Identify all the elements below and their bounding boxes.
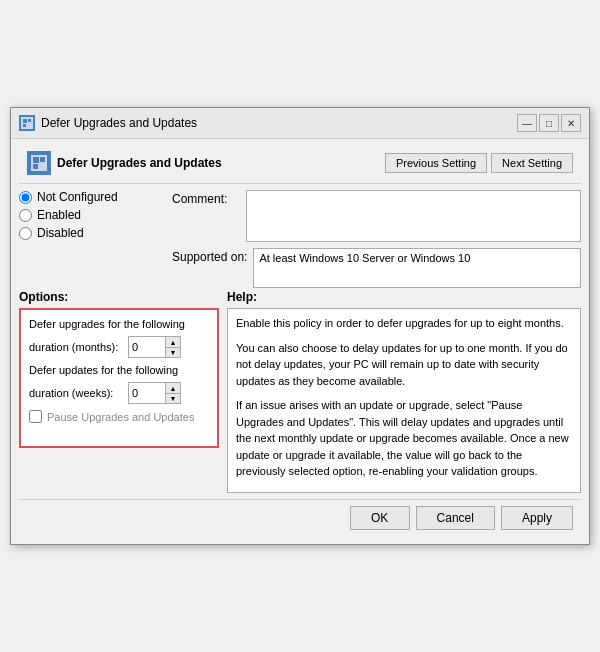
supported-label: Supported on: — [172, 248, 247, 264]
setting-header-title: Defer Upgrades and Updates — [57, 156, 222, 170]
options-box: Defer upgrades for the following duratio… — [19, 308, 219, 448]
defer-upgrades-row: Defer upgrades for the following — [29, 318, 209, 330]
radio-not-configured-input[interactable] — [19, 191, 32, 204]
radio-enabled-input[interactable] — [19, 209, 32, 222]
supported-section: Supported on: At least Windows 10 Server… — [172, 248, 581, 288]
svg-rect-3 — [23, 124, 26, 127]
right-panel: Comment: Supported on: At least Windows … — [172, 190, 581, 288]
setting-icon — [27, 151, 51, 175]
main-area: Not Configured Enabled Disabled Comment: — [19, 190, 581, 288]
help-p3: If an issue arises with an update or upg… — [236, 397, 572, 480]
close-button[interactable]: ✕ — [561, 114, 581, 132]
svg-rect-7 — [33, 164, 38, 169]
supported-value: At least Windows 10 Server or Windows 10 — [253, 248, 581, 288]
pause-label: Pause Upgrades and Updates — [47, 411, 194, 423]
weeks-down-button[interactable]: ▼ — [166, 393, 180, 403]
radio-not-configured-label: Not Configured — [37, 190, 118, 204]
pause-checkbox[interactable] — [29, 410, 42, 423]
setting-header: Defer Upgrades and Updates Previous Sett… — [19, 147, 581, 184]
help-p2: You can also choose to delay updates for… — [236, 340, 572, 390]
defer-upgrades-label: Defer upgrades for the following — [29, 318, 209, 330]
comment-textarea[interactable] — [246, 190, 581, 242]
months-down-button[interactable]: ▼ — [166, 347, 180, 357]
window-icon — [19, 115, 35, 131]
svg-rect-6 — [40, 157, 45, 162]
duration-months-label: duration (months): — [29, 341, 124, 353]
bottom-section: Options: Defer upgrades for the followin… — [19, 290, 581, 493]
help-box: Enable this policy in order to defer upg… — [227, 308, 581, 493]
maximize-button[interactable]: □ — [539, 114, 559, 132]
radio-enabled-label: Enabled — [37, 208, 81, 222]
defer-updates-label: Defer updates for the following — [29, 364, 209, 376]
radio-not-configured[interactable]: Not Configured — [19, 190, 164, 204]
apply-button[interactable]: Apply — [501, 506, 573, 530]
main-window: Defer Upgrades and Updates — □ ✕ Defer U… — [10, 107, 590, 545]
help-title: Help: — [227, 290, 581, 304]
window-title: Defer Upgrades and Updates — [41, 116, 197, 130]
cancel-button[interactable]: Cancel — [416, 506, 495, 530]
duration-weeks-label: duration (weeks): — [29, 387, 124, 399]
radio-group: Not Configured Enabled Disabled — [19, 190, 164, 240]
titlebar-controls: — □ ✕ — [517, 114, 581, 132]
options-panel: Options: Defer upgrades for the followin… — [19, 290, 219, 493]
setting-header-left: Defer Upgrades and Updates — [27, 151, 222, 175]
radio-disabled[interactable]: Disabled — [19, 226, 164, 240]
defer-updates-row: Defer updates for the following — [29, 364, 209, 376]
radio-disabled-input[interactable] — [19, 227, 32, 240]
help-p1: Enable this policy in order to defer upg… — [236, 315, 572, 332]
options-title: Options: — [19, 290, 219, 304]
duration-months-spinner: ▲ ▼ — [128, 336, 181, 358]
radio-disabled-label: Disabled — [37, 226, 84, 240]
help-p4: Note: Definition updates will not be imp… — [236, 488, 572, 494]
nav-buttons: Previous Setting Next Setting — [385, 153, 573, 173]
spinner-weeks-buttons: ▲ ▼ — [165, 383, 180, 403]
comment-label: Comment: — [172, 190, 240, 206]
duration-months-input[interactable] — [129, 337, 165, 357]
titlebar: Defer Upgrades and Updates — □ ✕ — [11, 108, 589, 139]
comment-section: Comment: — [172, 190, 581, 242]
svg-rect-5 — [33, 157, 39, 163]
help-panel: Help: Enable this policy in order to def… — [227, 290, 581, 493]
previous-setting-button[interactable]: Previous Setting — [385, 153, 487, 173]
radio-enabled[interactable]: Enabled — [19, 208, 164, 222]
svg-rect-2 — [28, 119, 31, 122]
svg-rect-1 — [23, 119, 27, 123]
footer: OK Cancel Apply — [19, 499, 581, 536]
pause-checkbox-row: Pause Upgrades and Updates — [29, 410, 209, 423]
duration-weeks-input[interactable] — [129, 383, 165, 403]
next-setting-button[interactable]: Next Setting — [491, 153, 573, 173]
duration-months-row: duration (months): ▲ ▼ — [29, 336, 209, 358]
content-area: Defer Upgrades and Updates Previous Sett… — [11, 139, 589, 544]
duration-weeks-row: duration (weeks): ▲ ▼ — [29, 382, 209, 404]
titlebar-left: Defer Upgrades and Updates — [19, 115, 197, 131]
supported-text: At least Windows 10 Server or Windows 10 — [259, 252, 470, 264]
spinner-months-buttons: ▲ ▼ — [165, 337, 180, 357]
minimize-button[interactable]: — — [517, 114, 537, 132]
weeks-up-button[interactable]: ▲ — [166, 383, 180, 393]
left-panel: Not Configured Enabled Disabled — [19, 190, 164, 288]
duration-weeks-spinner: ▲ ▼ — [128, 382, 181, 404]
months-up-button[interactable]: ▲ — [166, 337, 180, 347]
ok-button[interactable]: OK — [350, 506, 410, 530]
